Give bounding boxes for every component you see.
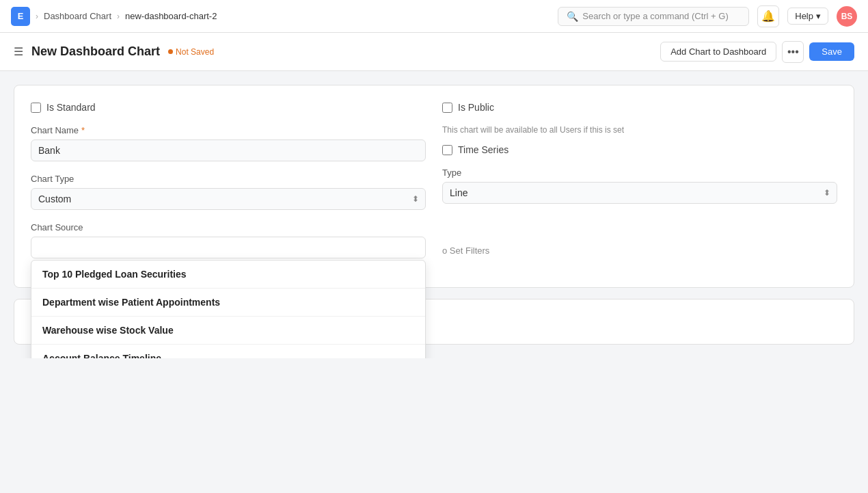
required-star: * — [81, 125, 85, 135]
dropdown-list: Top 10 Pledged Loan Securities Departmen… — [31, 260, 426, 358]
dropdown-item-2[interactable]: Department wise Patient Appointments — [31, 289, 425, 317]
avatar[interactable]: BS — [837, 6, 857, 27]
chart-name-label: Chart Name * — [31, 125, 426, 135]
time-series-row: Time Series — [442, 144, 837, 155]
form-card: Is Standard Chart Name * Chart Type Cust… — [14, 85, 854, 288]
chart-name-input[interactable] — [31, 139, 426, 161]
dropdown-item-1[interactable]: Top 10 Pledged Loan Securities — [31, 261, 425, 289]
notifications-button[interactable]: 🔔 — [757, 5, 779, 27]
search-bar[interactable]: 🔍 Search or type a command (Ctrl + G) — [558, 7, 749, 26]
not-saved-dot — [168, 49, 173, 54]
help-chevron-icon: ▾ — [816, 11, 821, 21]
form-row-top: Is Standard Chart Name * Chart Type Cust… — [31, 102, 837, 271]
topbar: E › Dashboard Chart › new-dashboard-char… — [0, 0, 868, 33]
page-header: ☰ New Dashboard Chart Not Saved Add Char… — [0, 33, 868, 71]
dropdown-item-3[interactable]: Warehouse wise Stock Value — [31, 317, 425, 345]
main-content: Is Standard Chart Name * Chart Type Cust… — [0, 71, 868, 358]
help-button[interactable]: Help ▾ — [787, 8, 828, 25]
help-label: Help — [795, 11, 813, 21]
type-label: Type — [442, 168, 837, 178]
form-left: Is Standard Chart Name * Chart Type Cust… — [31, 102, 426, 271]
chart-type-label: Chart Type — [31, 174, 426, 184]
add-chart-button[interactable]: Add Chart to Dashboard — [660, 42, 776, 62]
is-public-checkbox[interactable] — [442, 103, 452, 113]
filters-hint-area: o Set Filters — [442, 245, 837, 256]
more-options-button[interactable]: ••• — [782, 41, 804, 63]
chart-type-select[interactable]: Custom Line Bar Pie — [31, 188, 426, 210]
not-saved-badge: Not Saved — [168, 47, 214, 57]
is-public-label: Is Public — [458, 102, 494, 113]
chart-source-field: Chart Source Top 10 Pledged Loan Securit… — [31, 222, 426, 258]
chart-type-wrapper: Custom Line Bar Pie ⬍ — [31, 188, 426, 210]
chart-name-field: Chart Name * — [31, 125, 426, 161]
is-public-row: Is Public — [442, 102, 837, 113]
breadcrumb-sep-1: › — [36, 12, 38, 21]
form-right: Is Public This chart will be available t… — [442, 102, 837, 271]
page-title: New Dashboard Chart — [31, 44, 160, 59]
breadcrumb-parent[interactable]: Dashboard Chart — [44, 11, 111, 21]
chart-source-label: Chart Source — [31, 222, 426, 232]
topbar-left: E › Dashboard Chart › new-dashboard-char… — [11, 7, 217, 26]
time-series-label: Time Series — [458, 144, 508, 155]
page-header-left: ☰ New Dashboard Chart Not Saved — [14, 44, 214, 59]
chart-source-dropdown: Top 10 Pledged Loan Securities Departmen… — [31, 237, 426, 258]
search-icon: 🔍 — [567, 11, 578, 22]
is-standard-label: Is Standard — [46, 102, 96, 113]
app-icon[interactable]: E — [11, 7, 30, 26]
is-public-description: This chart will be available to all User… — [442, 125, 837, 135]
type-select[interactable]: Line Bar Scatter Percentage — [442, 182, 837, 204]
chart-source-input[interactable] — [31, 237, 426, 258]
breadcrumb-current: new-dashboard-chart-2 — [125, 11, 217, 21]
filters-hint: o Set Filters — [442, 245, 489, 256]
topbar-right: 🔍 Search or type a command (Ctrl + G) 🔔 … — [558, 5, 857, 27]
save-button[interactable]: Save — [809, 42, 854, 61]
breadcrumb-sep-2: › — [117, 12, 120, 21]
menu-icon[interactable]: ☰ — [14, 45, 23, 58]
is-standard-checkbox[interactable] — [31, 103, 41, 113]
type-field: Type Line Bar Scatter Percentage ⬍ — [442, 168, 837, 204]
page-header-right: Add Chart to Dashboard ••• Save — [660, 41, 854, 63]
search-placeholder: Search or type a command (Ctrl + G) — [582, 11, 729, 21]
is-standard-row: Is Standard — [31, 102, 426, 113]
dropdown-item-4[interactable]: Account Balance Timeline — [31, 345, 425, 358]
time-series-checkbox[interactable] — [442, 145, 452, 155]
not-saved-label: Not Saved — [176, 47, 214, 57]
chart-type-field: Chart Type Custom Line Bar Pie ⬍ — [31, 174, 426, 210]
type-wrapper: Line Bar Scatter Percentage ⬍ — [442, 182, 837, 204]
